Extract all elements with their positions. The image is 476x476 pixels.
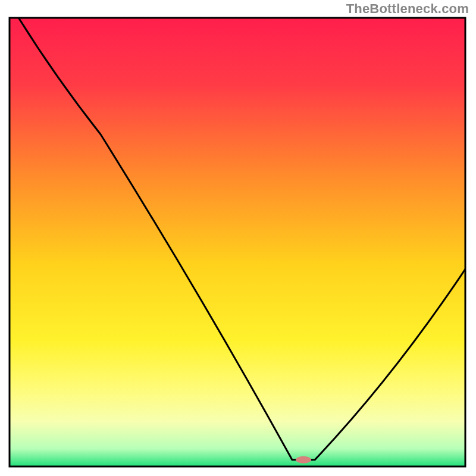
- gradient-background: [10, 18, 465, 466]
- plot-area: [10, 18, 465, 466]
- optimal-marker: [296, 456, 311, 464]
- watermark-text: TheBottleneck.com: [346, 1, 469, 17]
- bottleneck-chart: [0, 0, 476, 476]
